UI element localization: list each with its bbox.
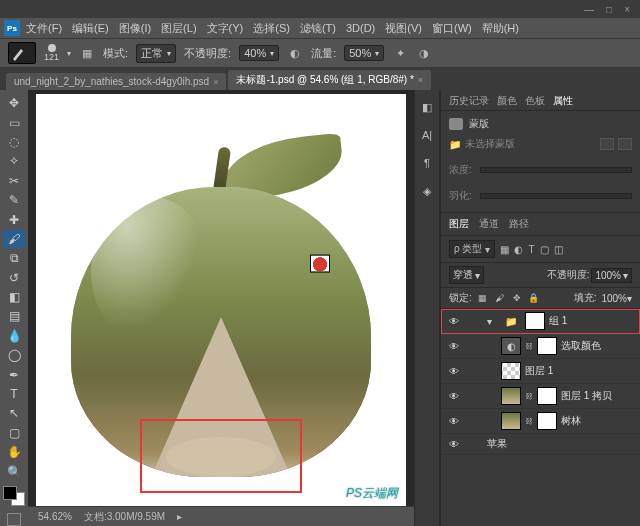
close-icon[interactable]: ×	[213, 77, 218, 87]
lock-all-icon[interactable]: 🔒	[528, 292, 540, 304]
blend-mode[interactable]: 穿透▾	[449, 266, 484, 284]
visibility-icon[interactable]: 👁	[447, 316, 461, 327]
fg-bg-swatch[interactable]	[3, 486, 25, 506]
tab-history[interactable]: 历史记录	[449, 94, 489, 108]
eyedropper-tool[interactable]: ✎	[3, 191, 25, 209]
visibility-icon[interactable]: 👁	[447, 366, 461, 377]
dodge-tool[interactable]: ◯	[3, 346, 25, 364]
history-brush-tool[interactable]: ↺	[3, 269, 25, 287]
brush-tool[interactable]: 🖌	[3, 230, 25, 248]
crop-tool[interactable]: ✂	[3, 172, 25, 190]
layer-row[interactable]: 👁▾📁组 1	[441, 309, 640, 334]
visibility-icon[interactable]: 👁	[447, 439, 461, 450]
filter-shape-icon[interactable]: ▢	[540, 244, 549, 255]
stamp-tool[interactable]: ⧉	[3, 249, 25, 267]
opacity-select[interactable]: 40%▾	[239, 45, 279, 61]
menu-view[interactable]: 视图(V)	[381, 21, 426, 36]
link-icon[interactable]: ⛓	[525, 339, 533, 353]
layer-row[interactable]: 👁◐⛓选取颜色	[441, 334, 640, 359]
wand-tool[interactable]: ✧	[3, 152, 25, 170]
tool-preset[interactable]	[8, 42, 36, 64]
layer-name[interactable]: 组 1	[549, 314, 634, 328]
layer-name[interactable]: 选取颜色	[561, 339, 634, 353]
filter-pixel-icon[interactable]: ▦	[500, 244, 509, 255]
lock-trans-icon[interactable]: ▦	[477, 292, 489, 304]
layer-row[interactable]: 👁苹果	[441, 434, 640, 455]
brush-panel-icon[interactable]: ▦	[79, 45, 95, 61]
tab-layers[interactable]: 图层	[449, 217, 469, 231]
vector-mask-button[interactable]	[618, 138, 632, 150]
eraser-tool[interactable]: ◧	[3, 288, 25, 306]
brush-preset[interactable]: 121	[44, 44, 59, 62]
zoom-tool[interactable]: 🔍	[3, 462, 25, 480]
lock-paint-icon[interactable]: 🖌	[494, 292, 506, 304]
filter-kind[interactable]: ρ 类型▾	[449, 240, 495, 258]
tab-color[interactable]: 颜色	[497, 94, 517, 108]
menu-select[interactable]: 选择(S)	[249, 21, 294, 36]
pixel-mask-button[interactable]	[600, 138, 614, 150]
layer-opacity[interactable]: 100%▾	[591, 268, 632, 283]
expand-icon[interactable]: ▾	[487, 316, 497, 327]
lasso-tool[interactable]: ◌	[3, 133, 25, 151]
link-icon[interactable]: ⛓	[525, 389, 533, 403]
quickmask-toggle[interactable]	[7, 513, 21, 526]
color-panel-icon[interactable]: ◧	[418, 98, 436, 116]
layer-row[interactable]: 👁图层 1	[441, 359, 640, 384]
tab-paths[interactable]: 路径	[509, 217, 529, 231]
doc-tab-1[interactable]: und_night_2_by_nathies_stock-d4gy0ih.psd…	[6, 73, 226, 90]
layer-row[interactable]: 👁⛓图层 1 拷贝	[441, 384, 640, 409]
menu-file[interactable]: 文件(F)	[22, 21, 66, 36]
menu-3d[interactable]: 3D(D)	[342, 22, 379, 34]
mask-thumb[interactable]	[525, 312, 545, 330]
marquee-tool[interactable]: ▭	[3, 113, 25, 131]
link-icon[interactable]: ⛓	[525, 414, 533, 428]
chevron-down-icon[interactable]: ▾	[67, 49, 71, 58]
filter-smart-icon[interactable]: ◫	[554, 244, 563, 255]
pen-tool[interactable]: ✒	[3, 365, 25, 383]
filter-adjust-icon[interactable]: ◐	[514, 244, 523, 255]
pressure-size-icon[interactable]: ◑	[416, 45, 432, 61]
visibility-icon[interactable]: 👁	[447, 341, 461, 352]
density-field[interactable]	[480, 167, 632, 173]
menu-layer[interactable]: 图层(L)	[157, 21, 200, 36]
menu-window[interactable]: 窗口(W)	[428, 21, 476, 36]
layer-name[interactable]: 苹果	[487, 437, 634, 451]
layer-name[interactable]: 树林	[561, 414, 634, 428]
heal-tool[interactable]: ✚	[3, 210, 25, 228]
mask-thumb[interactable]	[537, 412, 557, 430]
tab-properties[interactable]: 属性	[553, 94, 573, 108]
close-button[interactable]: ×	[624, 4, 630, 15]
move-tool[interactable]: ✥	[3, 94, 25, 112]
tab-swatch[interactable]: 色板	[525, 94, 545, 108]
layer-fill[interactable]: 100%▾	[601, 293, 632, 304]
gradient-tool[interactable]: ▤	[3, 307, 25, 325]
hand-tool[interactable]: ✋	[3, 443, 25, 461]
min-button[interactable]: —	[584, 4, 594, 15]
filter-type-icon[interactable]: T	[528, 244, 534, 255]
doc-info[interactable]: 文档:3.00M/9.59M	[84, 510, 165, 524]
menu-filter[interactable]: 滤镜(T)	[296, 21, 340, 36]
3d-panel-icon[interactable]: ◈	[418, 182, 436, 200]
menu-image[interactable]: 图像(I)	[115, 21, 155, 36]
visibility-icon[interactable]: 👁	[447, 391, 461, 402]
menu-type[interactable]: 文字(Y)	[203, 21, 248, 36]
layer-row[interactable]: 👁⛓树林	[441, 409, 640, 434]
pressure-opacity-icon[interactable]: ◐	[287, 45, 303, 61]
canvas[interactable]: PS云端网	[28, 90, 414, 506]
flow-select[interactable]: 50%▾	[344, 45, 384, 61]
max-button[interactable]: □	[606, 4, 612, 15]
para-panel-icon[interactable]: ¶	[418, 154, 436, 172]
mask-thumb[interactable]	[537, 387, 557, 405]
close-icon[interactable]: ×	[418, 75, 423, 85]
blur-tool[interactable]: 💧	[3, 327, 25, 345]
menu-edit[interactable]: 编辑(E)	[68, 21, 113, 36]
tab-channels[interactable]: 通道	[479, 217, 499, 231]
mode-select[interactable]: 正常▾	[136, 44, 176, 63]
feather-field[interactable]	[480, 193, 632, 199]
layer-name[interactable]: 图层 1 拷贝	[561, 389, 634, 403]
menu-help[interactable]: 帮助(H)	[478, 21, 523, 36]
lock-pos-icon[interactable]: ✥	[511, 292, 523, 304]
doc-tab-2[interactable]: 未标题-1.psd @ 54.6% (组 1, RGB/8#) *×	[228, 70, 431, 90]
char-panel-icon[interactable]: A|	[418, 126, 436, 144]
chevron-right-icon[interactable]: ▸	[177, 511, 182, 522]
